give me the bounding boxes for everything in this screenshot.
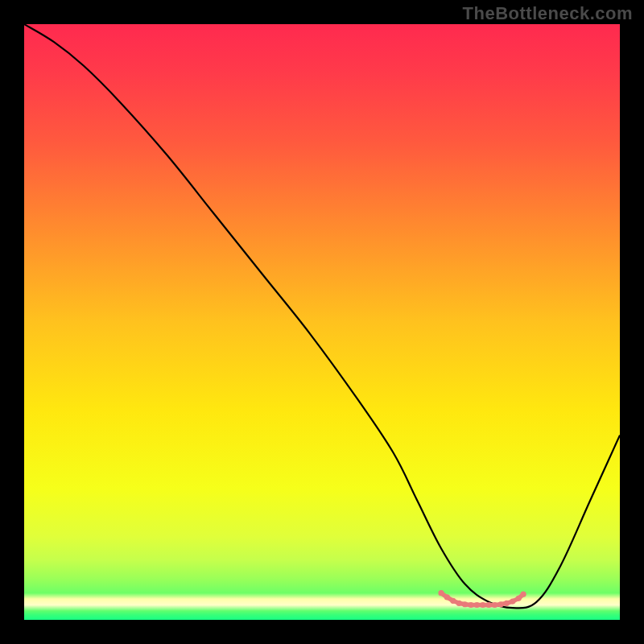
chart-svg bbox=[24, 24, 620, 620]
plot-area bbox=[24, 24, 620, 620]
optimal-range-dot bbox=[444, 594, 450, 600]
watermark-text: TheBottleneck.com bbox=[463, 3, 633, 24]
optimal-range-dot bbox=[450, 598, 456, 604]
optimal-range-dot bbox=[497, 601, 503, 607]
optimal-range-dot bbox=[438, 590, 444, 596]
optimal-range-dot bbox=[486, 602, 492, 608]
optimal-range-dot bbox=[456, 601, 462, 606]
optimal-range-dot bbox=[516, 596, 522, 601]
chart-frame: TheBottleneck.com bbox=[0, 0, 644, 644]
optimal-range-dot bbox=[504, 601, 510, 606]
optimal-range-dot bbox=[474, 602, 480, 608]
optimal-range-dot bbox=[510, 598, 515, 604]
optimal-range-dot bbox=[480, 602, 485, 608]
optimal-range-dot bbox=[521, 592, 526, 597]
gradient-background bbox=[24, 24, 620, 620]
optimal-range-dot bbox=[462, 601, 468, 607]
optimal-range-dot bbox=[468, 602, 473, 608]
optimal-range-dot bbox=[492, 602, 497, 608]
